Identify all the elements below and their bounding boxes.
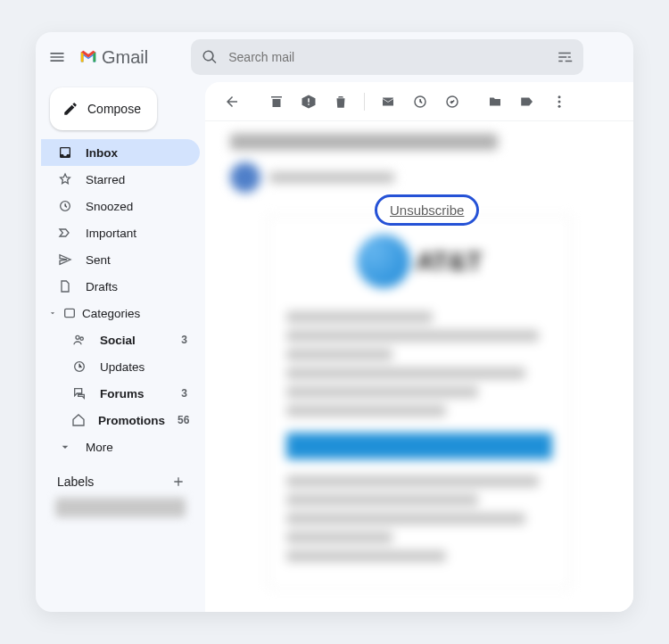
mail-panel: AT&T: [205, 82, 633, 612]
label-redacted: [55, 498, 186, 517]
add-task-button[interactable]: [438, 87, 467, 116]
mail-icon: [380, 94, 396, 110]
updates-icon: [72, 359, 87, 374]
main-menu-button[interactable]: [46, 46, 68, 68]
cat-updates[interactable]: Updates: [41, 353, 200, 380]
inbox-icon: [58, 145, 72, 160]
gmail-logo: Gmail: [78, 47, 148, 68]
chevron-down-icon: [58, 440, 72, 454]
sidebar: Compose Inbox Starred Snoozed Important …: [36, 82, 205, 612]
search-input[interactable]: [227, 49, 557, 65]
archive-icon: [268, 94, 285, 110]
unsubscribe-link[interactable]: Unsubscribe: [375, 194, 479, 226]
more-vert-icon: [551, 94, 567, 110]
message-content: AT&T: [205, 121, 633, 612]
nav-inbox[interactable]: Inbox: [41, 139, 200, 166]
mark-unread-button[interactable]: [374, 87, 402, 116]
cat-social[interactable]: Social 3: [41, 326, 200, 353]
sent-icon: [58, 252, 72, 267]
toolbar-separator: [364, 93, 365, 111]
nav-more[interactable]: More: [41, 433, 200, 460]
header: Gmail: [36, 32, 633, 82]
labels-button[interactable]: [513, 87, 541, 116]
snooze-button[interactable]: [406, 87, 434, 116]
gmail-icon: [78, 47, 98, 67]
cat-forums[interactable]: Forums 3: [41, 380, 200, 407]
important-icon: [58, 226, 72, 240]
nav-drafts[interactable]: Drafts: [41, 273, 200, 300]
drafts-icon: [58, 279, 72, 293]
search-options-icon[interactable]: [557, 49, 573, 65]
clock-icon: [412, 94, 428, 110]
delete-button[interactable]: [326, 87, 355, 116]
compose-button[interactable]: Compose: [50, 87, 157, 130]
social-icon: [72, 333, 87, 347]
spam-icon: [301, 94, 317, 110]
nav-snoozed[interactable]: Snoozed: [41, 193, 200, 219]
folder-icon: [487, 94, 503, 110]
labels-header: Labels: [41, 469, 200, 494]
compose-label: Compose: [87, 102, 141, 116]
back-button[interactable]: [218, 87, 246, 116]
clock-icon: [58, 199, 72, 213]
search-bar[interactable]: [191, 39, 583, 75]
svg-point-9: [558, 104, 561, 107]
gmail-app: Gmail Compose Inbox Starred: [36, 32, 633, 612]
search-icon: [202, 49, 218, 65]
svg-point-2: [76, 335, 79, 339]
move-to-button[interactable]: [481, 87, 509, 116]
cat-promotions[interactable]: Promotions 56: [41, 407, 200, 433]
app-name: Gmail: [102, 47, 148, 68]
body: Compose Inbox Starred Snoozed Important …: [36, 82, 633, 612]
promotions-icon: [71, 413, 86, 427]
nav-important[interactable]: Important: [41, 219, 200, 246]
caret-down-icon: [48, 309, 57, 318]
message-toolbar: [205, 82, 633, 121]
forums-icon: [72, 386, 87, 400]
task-icon: [444, 94, 460, 110]
archive-button[interactable]: [262, 87, 291, 116]
arrow-back-icon: [224, 94, 240, 110]
star-icon: [58, 172, 72, 186]
label-icon: [519, 94, 535, 110]
categories-icon: [62, 306, 77, 320]
nav-categories[interactable]: Categories: [41, 300, 200, 326]
svg-point-8: [558, 100, 561, 103]
spam-button[interactable]: [294, 87, 323, 116]
add-label-icon[interactable]: [171, 475, 186, 489]
trash-icon: [333, 94, 349, 110]
pencil-icon: [62, 101, 78, 117]
more-button[interactable]: [545, 87, 574, 116]
svg-point-7: [558, 95, 561, 98]
svg-rect-1: [65, 309, 75, 317]
nav-sent[interactable]: Sent: [41, 246, 200, 273]
nav-starred[interactable]: Starred: [41, 166, 200, 193]
hamburger-icon: [48, 48, 66, 66]
svg-point-3: [80, 337, 83, 340]
